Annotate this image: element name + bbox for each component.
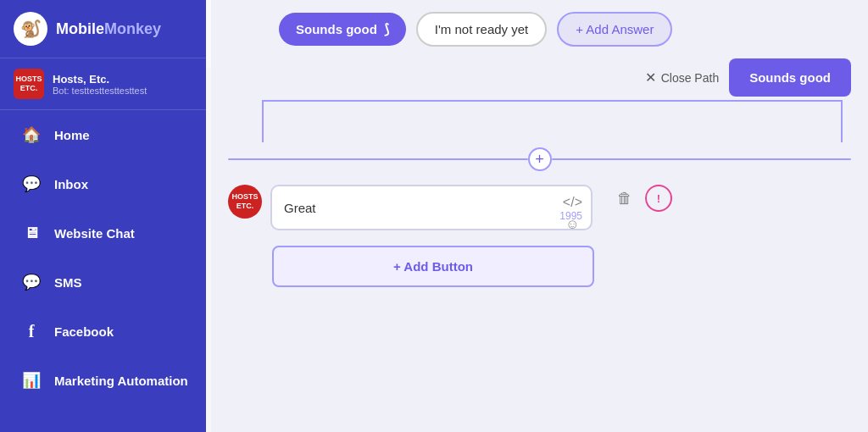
sounds-good-button[interactable]: Sounds good ⟆ <box>279 13 406 46</box>
facebook-icon: f <box>20 320 42 342</box>
logo-mobile: Mobile <box>56 20 104 37</box>
answer-button-row: Sounds good ⟆ I'm not ready yet + Add An… <box>211 0 868 55</box>
logo-icon: 🐒 <box>14 12 47 46</box>
chat-message-input[interactable] <box>284 195 579 220</box>
sounds-good-purple-button[interactable]: Sounds good <box>729 58 851 97</box>
warning-label: ! <box>657 192 660 205</box>
inbox-icon: 💬 <box>20 173 42 195</box>
sounds-good-label: Sounds good <box>296 22 377 36</box>
connector-area <box>228 100 851 142</box>
add-step-icon: + <box>535 151 544 169</box>
add-button-label: + Add Button <box>393 259 473 274</box>
sidebar-item-label-home: Home <box>54 128 90 142</box>
chat-actions: 🗑 ! <box>611 185 672 212</box>
chat-block: HOSTSETC. </> ☺ 1995 🗑 ! <box>211 176 868 239</box>
add-button-button[interactable]: + Add Button <box>272 246 594 287</box>
account-bot: Bot: testtesttesttesttest <box>53 86 147 96</box>
main-content: Sounds good ⟆ I'm not ready yet + Add An… <box>211 0 868 432</box>
close-path-row: ✕ Close Path Sounds good <box>211 55 868 100</box>
char-count: 1995 <box>559 210 582 222</box>
add-step-row: + <box>211 147 868 171</box>
add-answer-button[interactable]: + Add Answer <box>557 12 672 47</box>
vertical-connector-left <box>262 100 264 142</box>
sidebar-header: 🐒 MobileMonkey <box>0 0 206 58</box>
add-answer-label: + Add Answer <box>576 22 654 36</box>
not-ready-label: I'm not ready yet <box>435 22 528 36</box>
not-ready-button[interactable]: I'm not ready yet <box>416 12 547 47</box>
home-icon: 🏠 <box>20 124 42 146</box>
sidebar-item-label-inbox: Inbox <box>54 177 88 191</box>
add-step-button[interactable]: + <box>528 147 552 171</box>
vertical-connector-right <box>841 100 843 142</box>
account-info: Hosts, Etc. Bot: testtesttesttesttest <box>53 73 147 96</box>
marketing-icon: 📊 <box>20 369 42 391</box>
account-section: HOSTSETC. Hosts, Etc. Bot: testtesttestt… <box>0 58 206 110</box>
share-icon: ⟆ <box>384 21 389 37</box>
logo-monkey: Monkey <box>104 20 161 37</box>
sidebar-item-home[interactable]: 🏠 Home <box>0 110 206 159</box>
sounds-good-purple-label: Sounds good <box>749 70 831 85</box>
chat-message-box: </> ☺ 1995 <box>270 185 593 230</box>
sidebar-item-facebook[interactable]: f Facebook <box>0 307 206 356</box>
account-name: Hosts, Etc. <box>53 73 147 86</box>
close-path-label: Close Path <box>661 71 719 85</box>
chat-avatar: HOSTSETC. <box>228 185 262 219</box>
add-button-row: + Add Button <box>211 239 868 294</box>
sidebar-item-label-website-chat: Website Chat <box>54 226 135 241</box>
code-icon[interactable]: </> <box>563 195 582 210</box>
sidebar-item-website-chat[interactable]: 🖥 Website Chat <box>0 208 206 258</box>
add-step-line-right <box>552 158 852 160</box>
website-chat-icon: 🖥 <box>20 222 42 244</box>
warning-button[interactable]: ! <box>645 185 672 212</box>
horizontal-connector <box>262 100 843 102</box>
trash-button[interactable]: 🗑 <box>611 185 638 212</box>
sidebar-item-inbox[interactable]: 💬 Inbox <box>0 159 206 208</box>
add-step-line-left <box>228 158 528 160</box>
sidebar-item-label-facebook: Facebook <box>54 324 114 339</box>
account-avatar: HOSTSETC. <box>14 69 44 99</box>
close-x-icon: ✕ <box>645 69 656 86</box>
sidebar-item-label-sms: SMS <box>54 275 82 290</box>
sidebar-item-label-marketing: Marketing Automation <box>54 374 188 388</box>
sidebar-nav: 🏠 Home 💬 Inbox 🖥 Website Chat 💬 SMS f Fa… <box>0 110 206 432</box>
sms-icon: 💬 <box>20 271 42 293</box>
sidebar: 🐒 MobileMonkey HOSTSETC. Hosts, Etc. Bot… <box>0 0 206 432</box>
sidebar-item-sms[interactable]: 💬 SMS <box>0 258 206 307</box>
close-path-button[interactable]: ✕ Close Path <box>645 69 719 86</box>
logo-text: MobileMonkey <box>56 20 161 38</box>
sidebar-item-marketing-automation[interactable]: 📊 Marketing Automation <box>0 356 206 405</box>
